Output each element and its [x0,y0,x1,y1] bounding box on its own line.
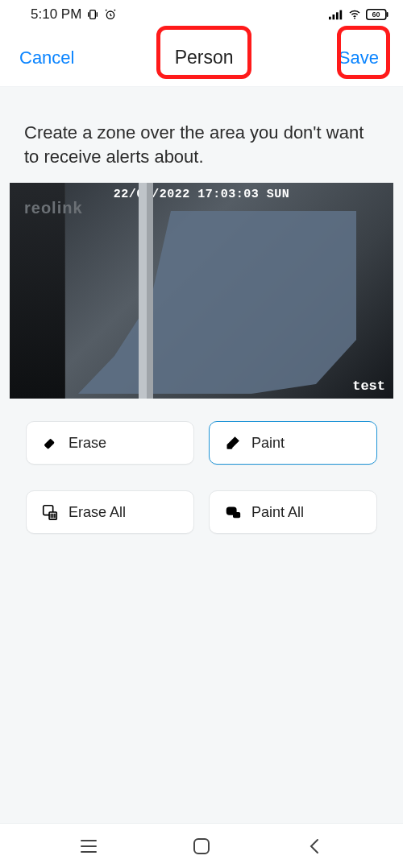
status-time: 5:10 PM [31,6,81,23]
svg-marker-9 [78,211,356,394]
svg-rect-18 [194,839,209,854]
signal-icon [329,9,343,20]
svg-rect-8 [387,12,388,17]
paint-button[interactable]: Paint [209,421,377,465]
battery-icon: 60 [366,9,388,20]
svg-rect-2 [329,17,331,20]
save-button[interactable]: Save [334,41,384,75]
recents-button[interactable] [77,835,100,858]
erase-all-button[interactable]: Erase All [26,490,194,534]
svg-rect-3 [333,14,335,19]
wifi-icon [347,8,363,21]
home-button[interactable] [190,835,213,858]
svg-rect-0 [90,10,96,19]
erase-button[interactable]: Erase [26,421,194,465]
erase-all-icon [41,503,59,521]
page-title: Person [159,39,250,76]
erase-icon [41,434,59,452]
instruction-text: Create a zone over the area you don't wa… [0,87,403,183]
nav-header: Cancel Person Save [0,29,403,87]
paint-icon [224,434,242,452]
svg-rect-4 [336,12,339,19]
paint-all-label: Paint All [251,504,304,521]
alarm-icon [104,8,117,21]
paint-all-button[interactable]: Paint All [209,490,377,534]
system-nav [0,823,403,868]
paint-all-icon [224,503,242,521]
back-button[interactable] [303,835,326,858]
svg-rect-10 [44,439,55,450]
vibrate-icon [86,8,99,21]
svg-point-6 [354,18,355,19]
cancel-button[interactable]: Cancel [19,48,74,68]
battery-percent: 60 [366,9,386,20]
status-bar: 5:10 PM 60 [0,0,403,29]
painted-zone [10,183,393,399]
paint-label: Paint [251,435,285,452]
camera-preview[interactable]: reolink 22/05/2022 17:03:03 SUN test [10,183,393,399]
tool-grid: Erase Paint Erase All Paint All [0,399,403,556]
page-body: Create a zone over the area you don't wa… [0,87,403,823]
svg-rect-5 [340,10,343,20]
erase-label: Erase [69,435,106,452]
erase-all-label: Erase All [69,504,126,521]
svg-rect-14 [233,512,240,518]
